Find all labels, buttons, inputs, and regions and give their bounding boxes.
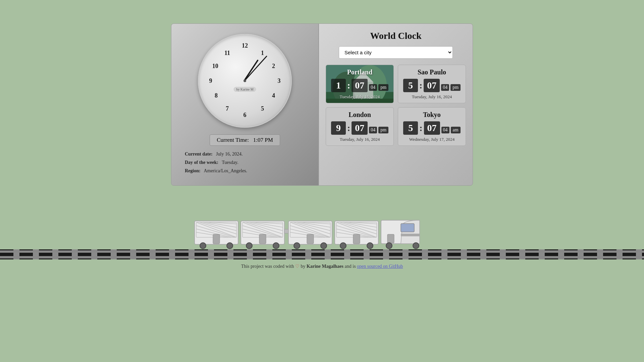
footer-text2: by	[301, 264, 305, 269]
train-section: This project was coded with ♡ by Karine …	[0, 219, 644, 269]
portland-colon: :	[347, 80, 350, 91]
day-of-week-label: Day of the week:	[185, 160, 218, 165]
tokyo-name: Tokyo	[401, 111, 462, 119]
clock-number-11: 11	[224, 50, 230, 57]
svg-point-25	[273, 243, 279, 249]
train-wrapper	[0, 219, 644, 259]
london-ampm: pm	[378, 127, 388, 133]
sao-paulo-seconds: 04	[441, 84, 449, 91]
region-value: America/Los_Angeles.	[204, 168, 247, 173]
world-clock-panel: World Clock Select a city New York Londo…	[319, 23, 473, 186]
minute-hand	[244, 56, 267, 81]
clock-panel: 12 1 2 3 4 5 6 7 8 9 10 11 by Karine M C…	[171, 23, 319, 186]
portland-name: Portland	[329, 68, 390, 76]
portland-date: Tuesday, July 16, 2024	[329, 94, 390, 100]
region-label: Region:	[185, 168, 201, 173]
footer-github-link[interactable]: open sourced on GitHub	[357, 264, 403, 269]
svg-point-38	[294, 243, 300, 249]
by-label: by Karine M	[233, 87, 256, 92]
portland-ampm: pm	[378, 84, 388, 91]
clock-number-10: 10	[212, 62, 218, 69]
clock-number-8: 8	[215, 92, 218, 99]
london-colon: :	[347, 123, 350, 133]
clock-number-7: 7	[226, 105, 229, 112]
city-card-tokyo: Tokyo 5 : 07 04 am Wednesday, July 17, 2…	[398, 107, 466, 146]
day-of-week-line: Day of the week: Tuesday.	[185, 158, 247, 167]
svg-point-57	[386, 243, 392, 249]
svg-rect-37	[307, 234, 314, 244]
portland-hours: 1	[331, 79, 346, 92]
sao-paulo-time-display: 5 : 07 04 pm	[401, 79, 462, 92]
svg-point-39	[321, 243, 327, 249]
train-track	[0, 249, 644, 259]
sao-paulo-date: Tuesday, July 16, 2024	[401, 94, 462, 100]
clock-number-3: 3	[278, 77, 281, 84]
current-time-value: 1:07 PM	[253, 137, 273, 143]
svg-point-11	[200, 243, 206, 249]
sao-paulo-hours: 5	[403, 79, 418, 92]
footer-author-name: Karine Magalhaes	[307, 264, 343, 269]
tokyo-colon: :	[419, 123, 422, 133]
clock-number-1: 1	[261, 50, 264, 57]
tokyo-minutes: 07	[424, 121, 440, 135]
svg-rect-50	[353, 234, 360, 244]
region-line: Region: America/Los_Angeles.	[185, 167, 247, 175]
svg-rect-55	[401, 234, 420, 236]
current-time-box: Current Time: 1:07 PM	[210, 134, 280, 146]
london-name: London	[329, 111, 390, 119]
london-minutes: 07	[352, 121, 368, 135]
clock-center-dot	[244, 79, 246, 82]
svg-rect-56	[387, 234, 394, 243]
city-grid: Portland 1 : 07 04 pm Tuesday, July 16, …	[326, 65, 466, 146]
tokyo-hours: 5	[403, 121, 418, 135]
svg-point-12	[227, 243, 233, 249]
sao-paulo-minutes: 07	[424, 79, 440, 92]
portland-minutes: 07	[352, 79, 368, 92]
world-clock-title: World Clock	[370, 31, 421, 41]
svg-rect-23	[259, 234, 266, 244]
london-date: Tuesday, July 16, 2024	[329, 137, 390, 142]
city-card-sao-paulo: Sao Paulo 5 : 07 04 pm Tuesday, July 16,…	[398, 65, 466, 103]
clock-number-12: 12	[242, 42, 248, 49]
current-date-line: Current date: July 16, 2024.	[185, 150, 247, 158]
svg-point-58	[413, 243, 419, 249]
clock-number-5: 5	[261, 105, 264, 112]
clock-face: 12 1 2 3 4 5 6 7 8 9 10 11 by Karine M	[198, 34, 292, 128]
day-of-week-value: Tuesday.	[222, 160, 238, 165]
current-date-label: Current date:	[185, 152, 213, 157]
svg-rect-10	[213, 234, 220, 244]
portland-seconds: 04	[369, 84, 377, 91]
portland-time-display: 1 : 07 04 pm	[329, 79, 390, 92]
sao-paulo-name: Sao Paulo	[401, 68, 462, 76]
tokyo-time-display: 5 : 07 04 am	[401, 121, 462, 135]
clock-number-9: 9	[209, 77, 212, 84]
footer-heart-icon: ♡	[295, 264, 301, 269]
city-card-london: London 9 : 07 04 pm Tuesday, July 16, 20…	[326, 107, 394, 146]
clock-info: Current date: July 16, 2024. Day of the …	[178, 150, 247, 175]
current-date-value: July 16, 2024.	[216, 152, 243, 157]
tokyo-ampm: am	[451, 127, 461, 133]
london-hours: 9	[331, 121, 346, 135]
train-svg	[0, 219, 644, 251]
svg-rect-26	[284, 229, 288, 233]
clock-number-2: 2	[272, 62, 275, 69]
sao-paulo-colon: :	[419, 80, 422, 91]
tokyo-date: Wednesday, July 17, 2024	[401, 137, 462, 142]
svg-point-52	[367, 243, 373, 249]
london-seconds: 04	[369, 127, 377, 133]
footer-text: This project was coded with ♡ by Karine …	[0, 263, 644, 269]
current-time-label: Current Time:	[217, 137, 249, 143]
main-container: 12 1 2 3 4 5 6 7 8 9 10 11 by Karine M C…	[171, 23, 473, 186]
sao-paulo-ampm: pm	[450, 84, 461, 91]
svg-point-24	[246, 243, 252, 249]
city-card-portland: Portland 1 : 07 04 pm Tuesday, July 16, …	[326, 65, 394, 103]
svg-rect-54	[401, 224, 414, 232]
clock-number-4: 4	[272, 92, 275, 99]
svg-point-51	[340, 243, 346, 249]
footer-text1: This project was coded with	[241, 264, 294, 269]
london-time-display: 9 : 07 04 pm	[329, 121, 390, 135]
city-select[interactable]: Select a city New York London Paris Toky…	[339, 46, 453, 59]
tokyo-seconds: 04	[441, 127, 449, 133]
clock-number-6: 6	[244, 112, 247, 119]
footer-text3: and is	[345, 264, 357, 269]
